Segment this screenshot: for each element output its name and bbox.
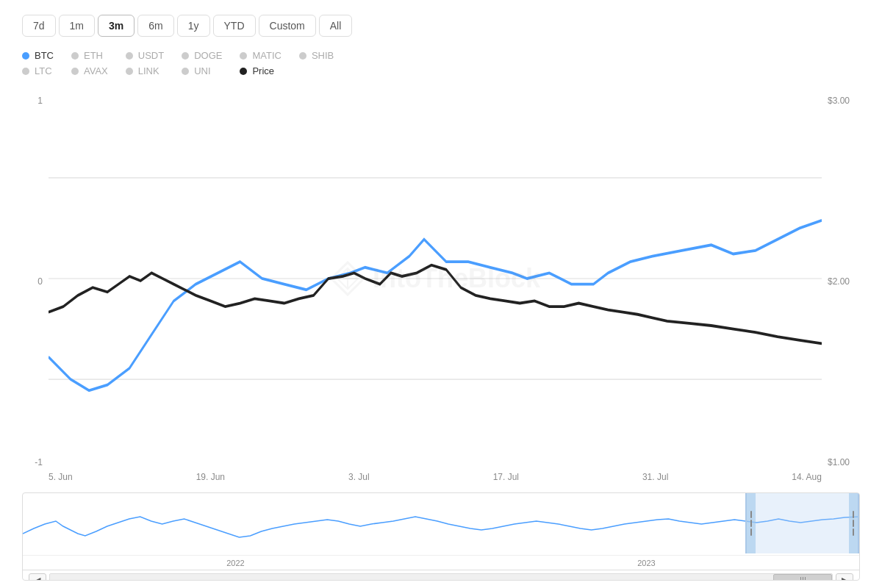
legend-label-avax: AVAX — [84, 65, 108, 76]
time-btn-ytd[interactable]: YTD — [213, 15, 256, 37]
x-label-0: 5. Jun — [49, 472, 73, 482]
chart-and-xaxis: IntoTheBlock 5. Jun 19. Jun 3. Jul — [49, 88, 822, 490]
navigator-handle-left[interactable] — [747, 493, 756, 553]
legend-label-usdt: USDT — [138, 50, 164, 61]
main-chart-wrapper: 1 0 -1 IntoTheBlock — [22, 88, 860, 490]
legend-link[interactable]: LINK — [126, 65, 164, 76]
time-range-toolbar: 7d 1m 3m 6m 1y YTD Custom All — [22, 15, 860, 37]
x-label-1: 19. Jun — [196, 472, 225, 482]
navigator-handle-right[interactable] — [849, 493, 858, 553]
handle-line — [853, 528, 854, 536]
legend-dot-usdt — [126, 52, 133, 60]
x-label-5: 14. Aug — [792, 472, 822, 482]
navigator-scrollbar[interactable] — [49, 573, 833, 581]
x-label-4: 31. Jul — [642, 472, 668, 482]
legend-uni[interactable]: UNI — [182, 65, 222, 76]
legend-label-shib: SHIB — [312, 50, 334, 61]
chart-svg-container[interactable]: IntoTheBlock — [49, 88, 822, 469]
handle-line — [853, 520, 854, 527]
x-label-3: 17. Jul — [493, 472, 519, 482]
y-right-label-mid: $2.00 — [828, 276, 860, 287]
legend-label-ltc: LTC — [35, 65, 52, 76]
legend-label-btc: BTC — [35, 50, 54, 61]
time-btn-6m[interactable]: 6m — [137, 15, 173, 37]
main-chart-svg — [49, 88, 822, 469]
thumb-line — [803, 577, 803, 581]
navigator-year-2023: 2023 — [637, 559, 655, 567]
y-label-mid: 0 — [22, 276, 43, 287]
navigator-svg — [23, 493, 859, 552]
legend-dot-doge — [182, 52, 189, 60]
navigator-section[interactable]: 2022 2023 ◀ ▶ — [22, 492, 860, 581]
navigator-selection-overlay[interactable] — [745, 493, 859, 553]
legend-label-eth: ETH — [84, 50, 103, 61]
time-btn-3m[interactable]: 3m — [98, 15, 135, 37]
time-btn-all[interactable]: All — [319, 15, 353, 37]
navigator-prev-button[interactable]: ◀ — [29, 573, 46, 581]
legend-dot-price — [240, 68, 247, 75]
legend-dot-eth — [71, 52, 79, 60]
thumb-line — [800, 577, 801, 581]
thumb-line — [805, 577, 806, 581]
legend-dot-shib — [299, 52, 306, 60]
legend-label-doge: DOGE — [194, 50, 222, 61]
legend-doge[interactable]: DOGE — [182, 50, 222, 61]
legend-label-link: LINK — [138, 65, 159, 76]
legend-label-price: Price — [252, 65, 274, 76]
legend-dot-link — [126, 68, 133, 75]
handle-line — [750, 520, 752, 527]
time-btn-custom[interactable]: Custom — [259, 15, 316, 37]
legend-shib[interactable]: SHIB — [299, 50, 334, 61]
legend-label-uni: UNI — [194, 65, 210, 76]
legend-dot-btc — [22, 52, 29, 60]
y-label-bot: -1 — [22, 457, 43, 467]
scroll-thumb-lines — [800, 577, 806, 581]
legend-dot-uni — [182, 68, 189, 75]
navigator-next-button[interactable]: ▶ — [836, 573, 853, 581]
navigator-xaxis: 2022 2023 — [23, 555, 859, 570]
legend-dot-matic — [240, 52, 247, 60]
legend-price[interactable]: Price — [240, 65, 281, 76]
legend-dot-ltc — [22, 68, 29, 75]
y-label-top: 1 — [22, 96, 43, 106]
y-right-label-bot: $1.00 — [828, 457, 860, 467]
handle-line — [853, 511, 854, 518]
chart-legend: BTC ETH USDT DOGE MATIC SHIB LTC A — [22, 50, 334, 76]
legend-dot-avax — [71, 68, 79, 75]
legend-usdt[interactable]: USDT — [126, 50, 164, 61]
time-btn-1m[interactable]: 1m — [59, 15, 95, 37]
legend-avax[interactable]: AVAX — [71, 65, 108, 76]
handle-line — [750, 511, 752, 518]
x-label-2: 3. Jul — [348, 472, 370, 482]
navigator-scroll-thumb[interactable] — [773, 574, 832, 581]
navigator-year-2022: 2022 — [226, 559, 244, 567]
handle-line — [750, 528, 752, 536]
legend-ltc[interactable]: LTC — [22, 65, 54, 76]
time-btn-7d[interactable]: 7d — [22, 15, 56, 37]
legend-eth[interactable]: ETH — [71, 50, 108, 61]
legend-matic[interactable]: MATIC — [240, 50, 281, 61]
x-axis: 5. Jun 19. Jun 3. Jul 17. Jul 31. Jul 14… — [49, 469, 822, 490]
y-right-label-top: $3.00 — [828, 96, 860, 106]
time-btn-1y[interactable]: 1y — [177, 15, 210, 37]
y-axis-right: $3.00 $2.00 $1.00 — [822, 88, 860, 490]
legend-btc[interactable]: BTC — [22, 50, 54, 61]
legend-label-matic: MATIC — [252, 50, 281, 61]
navigator-controls: ◀ ▶ — [23, 570, 859, 581]
y-axis-left: 1 0 -1 — [22, 88, 49, 490]
